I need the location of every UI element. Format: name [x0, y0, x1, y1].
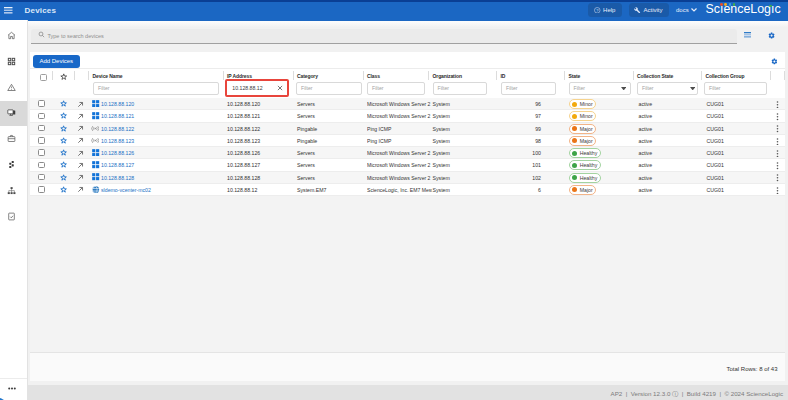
- svg-text:?: ?: [596, 8, 599, 13]
